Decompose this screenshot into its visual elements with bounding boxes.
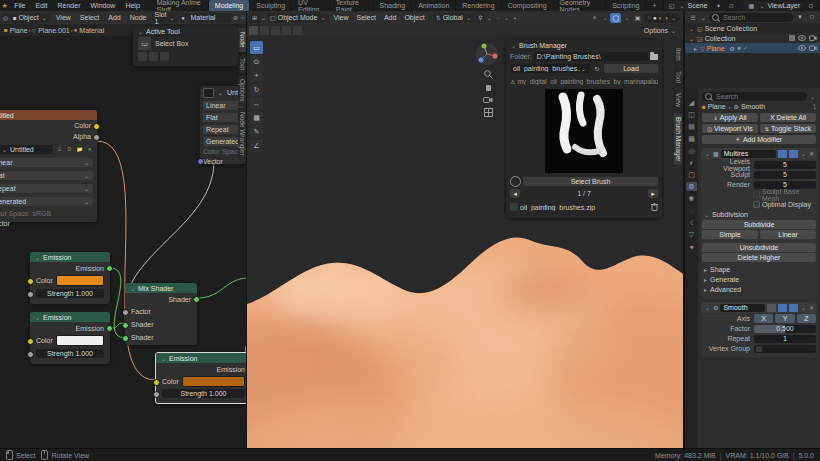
brush-preview-image[interactable] <box>545 89 623 173</box>
annotate-tool[interactable]: ✎ <box>250 125 263 138</box>
emission-socket[interactable] <box>106 325 113 332</box>
close-icon[interactable]: ✕ <box>809 150 814 157</box>
show-render-toggle[interactable] <box>789 304 798 312</box>
collapse-icon[interactable]: ⌄ <box>705 304 710 311</box>
interpolation-dropdown[interactable]: Linear⌄ <box>0 158 93 167</box>
breadcrumb-modifier[interactable]: Smooth <box>741 103 765 110</box>
trash-icon[interactable] <box>651 203 658 211</box>
strength-socket[interactable] <box>27 351 34 358</box>
select-brush-button[interactable]: Select Brush <box>523 177 658 186</box>
disclosure-icon[interactable]: ▸ <box>694 45 697 52</box>
subdivision-section[interactable]: ⌄Subdivision <box>703 210 815 219</box>
shading-rendered-icon[interactable]: ◑ <box>664 15 668 21</box>
advanced-section[interactable]: ▸Advanced <box>703 285 815 294</box>
color-socket[interactable] <box>93 123 100 130</box>
new-collection-icon[interactable]: 🗋 <box>807 12 817 22</box>
disable-render-camera-icon[interactable] <box>809 45 817 51</box>
subdivide-linear-button[interactable]: Linear <box>760 230 816 239</box>
tab-physics-icon[interactable]: ◌ <box>686 206 697 215</box>
emission-node-2[interactable]: ⌄Emission Emission Color Strength1.000 <box>30 312 110 364</box>
shader-socket[interactable] <box>122 322 129 329</box>
axis-x-toggle[interactable]: X <box>754 314 773 323</box>
shader-menu-view[interactable]: View <box>52 14 75 21</box>
add-modifier-button[interactable]: +Add Modifier <box>702 135 816 144</box>
workspace-tab-geometry-nodes[interactable]: Geometry Nodes <box>554 0 607 11</box>
projection-dropdown[interactable]: Flat⌄ <box>0 171 93 180</box>
breadcrumb-object[interactable]: Plane <box>708 103 726 110</box>
disclosure-icon[interactable]: ⌄ <box>689 25 694 32</box>
image-texture-node[interactable]: Untitled Color Alpha ⌄ Untitled ☉ 🗋 📁 ✕ <box>0 110 97 222</box>
sidebar-tab-options[interactable]: Options <box>238 75 247 105</box>
tab-data-icon[interactable]: ▽ <box>686 230 697 239</box>
material-slot-dropdown[interactable]: Slot 1 ⌄ <box>152 13 179 23</box>
collapse-icon[interactable]: ⌄ <box>138 28 143 35</box>
shading-solid-icon[interactable]: ● <box>653 15 657 21</box>
breadcrumb-data[interactable]: Plane.001 <box>38 27 70 34</box>
workspace-tab-making-anime-stuff[interactable]: Making Anime Stuff <box>151 0 209 11</box>
viewlayer-new-icon[interactable]: 🗋 <box>806 1 816 11</box>
strength-socket[interactable] <box>153 391 160 398</box>
menu-render[interactable]: Render <box>53 2 86 9</box>
sidebar-tab-tool[interactable]: Tool <box>238 54 247 74</box>
eyedropper-icon[interactable]: ⤵ <box>813 104 816 110</box>
brush-file-entry[interactable]: my_digital_oil_painting_brushes_by_marin… <box>517 78 658 85</box>
proportional-edit-icon[interactable]: ◌ <box>493 13 503 23</box>
tool-settings-icon[interactable] <box>260 26 269 35</box>
menu-file[interactable]: File <box>9 2 30 9</box>
xray-toggle-icon[interactable]: ▣ <box>632 13 642 23</box>
cursor-tool[interactable]: ⊙ <box>250 55 263 68</box>
workspace-tab-rendering[interactable]: Rendering <box>456 0 501 11</box>
unlink-icon[interactable]: ✕ <box>86 144 93 154</box>
workspace-tab-modeling[interactable]: Modeling <box>209 0 250 11</box>
optimal-display-checkbox[interactable] <box>753 201 760 208</box>
open-image-icon[interactable]: 📁 <box>76 144 83 154</box>
select-box-tool-icon[interactable]: ▭ <box>138 37 151 50</box>
delete-higher-button[interactable]: Delete Higher <box>702 253 816 262</box>
tool-settings-icon[interactable] <box>282 26 291 35</box>
shader-menu-node[interactable]: Node <box>126 14 151 21</box>
outliner-row-plane[interactable]: ▸ ▽ Plane ⚙ ✺ ✓ <box>685 43 820 53</box>
strength-field[interactable]: Strength1.000 <box>36 289 104 298</box>
tab-modifiers-icon[interactable]: ⚙ <box>686 182 697 191</box>
tab-particles-icon[interactable]: ✺ <box>686 194 697 203</box>
select-box-tool[interactable]: ▭ <box>250 41 263 54</box>
prev-brush-button[interactable]: ◂ <box>510 189 520 198</box>
sidebar-tab-node-wrangler[interactable]: Node Wrangler <box>238 108 247 160</box>
tab-tool-icon[interactable]: ◢ <box>686 98 697 107</box>
tab-material-icon[interactable]: ● <box>686 242 697 251</box>
source-dropdown[interactable]: Generated⌄ <box>0 197 93 206</box>
scale-tool[interactable]: ↔ <box>250 97 263 110</box>
factor-socket[interactable] <box>122 309 129 316</box>
strength-field[interactable]: Strength1.000 <box>36 349 104 358</box>
image-datablock-field[interactable]: ⌄ Untitled <box>0 145 53 154</box>
exclude-checkbox[interactable]: ✓ <box>789 35 795 41</box>
breadcrumb-object[interactable]: Plane <box>10 27 28 34</box>
toggle-view-icon[interactable] <box>484 108 493 117</box>
axis-y-toggle[interactable]: Y <box>775 314 794 323</box>
select-subtract-icon[interactable] <box>160 52 169 61</box>
disclosure-icon[interactable]: ⌄ <box>689 35 694 42</box>
refresh-icon[interactable]: ↻ <box>592 63 602 73</box>
vp-menu-select[interactable]: Select <box>352 14 379 21</box>
breadcrumb-material[interactable]: Material <box>79 27 104 34</box>
tab-output-icon[interactable]: ▤ <box>686 122 697 131</box>
next-brush-button[interactable]: ▸ <box>648 189 658 198</box>
properties-search-input[interactable] <box>714 92 804 101</box>
scene-new-icon[interactable]: 🗋 <box>726 1 736 11</box>
shader-menu-select[interactable]: Select <box>76 14 103 21</box>
outliner-row-scene-collection[interactable]: ⌄ ◱ Scene Collection <box>685 23 820 33</box>
viewlayer-selector[interactable]: ▩ ⌄ ViewLayer <box>743 1 803 10</box>
color-socket[interactable] <box>153 379 160 386</box>
levels-viewport-field[interactable]: 5 <box>754 161 816 169</box>
hide-eye-icon[interactable] <box>798 35 806 41</box>
measure-tool[interactable]: ∠ <box>250 139 263 152</box>
editor-type-icon[interactable]: ◎ <box>2 13 9 23</box>
show-gizmo-icon[interactable]: ⚪ <box>589 13 599 23</box>
show-viewport-toggle[interactable] <box>778 304 787 312</box>
generate-section[interactable]: ▸Generate <box>703 275 815 284</box>
camera-view-icon[interactable] <box>483 96 493 104</box>
subdivide-button[interactable]: Subdivide <box>702 220 816 229</box>
color-space-row[interactable]: Color Space sRGB <box>0 208 97 218</box>
modifier-name-field[interactable]: Smooth <box>720 304 765 312</box>
proportional-falloff-icon[interactable]: • <box>510 13 520 23</box>
